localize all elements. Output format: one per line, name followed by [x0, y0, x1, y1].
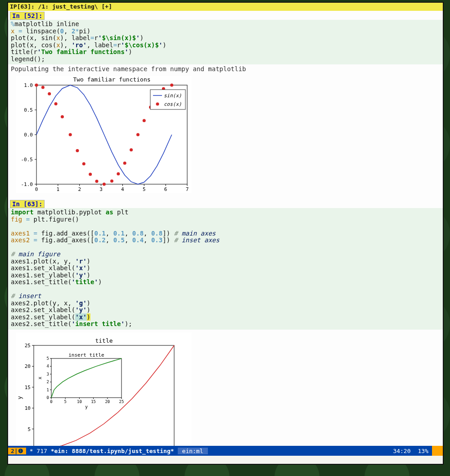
modeline-mode: ein:ml	[178, 448, 208, 454]
code-cell-52[interactable]: %matplotlib inline x = linspace(0, 2*pi)…	[8, 20, 443, 64]
svg-text:1: 1	[47, 387, 49, 392]
svg-text:insert title: insert title	[68, 352, 104, 358]
svg-text:5: 5	[143, 186, 146, 192]
svg-point-39	[110, 179, 113, 182]
modeline-end-cap	[432, 446, 443, 456]
cell-prompt-63: In [63]:	[10, 200, 45, 208]
svg-text:15: 15	[25, 384, 31, 390]
svg-point-40	[117, 172, 120, 176]
svg-point-48	[170, 84, 173, 87]
svg-text:2: 2	[47, 380, 49, 384]
modeline-buffer: *ein: 8888/test.ipynb/just_testing*	[51, 448, 174, 454]
mode-line: 2|❶ * 717 *ein: 8888/test.ipynb/just_tes…	[8, 446, 443, 456]
modeline-position: 34:20	[389, 448, 414, 454]
svg-text:Two familiar functions: Two familiar functions	[73, 76, 150, 83]
cell-52-stdout: Populating the interactive namespace fro…	[8, 64, 443, 73]
svg-point-33	[69, 133, 72, 136]
svg-point-37	[95, 180, 99, 183]
svg-point-38	[103, 183, 106, 186]
svg-point-42	[130, 148, 133, 151]
chart-two-familiar-functions: 01234567-1.0-0.50.00.51.0Two familiar fu…	[8, 73, 443, 199]
title-bar: IP[63]: /1: just_testing\ [+]	[8, 3, 443, 11]
modeline-modified: * 717 *ein: 8888/test.ipynb/just_testing…	[26, 448, 178, 454]
svg-text:25: 25	[25, 343, 31, 349]
svg-point-31	[54, 102, 58, 105]
svg-text:10: 10	[25, 405, 31, 411]
svg-text:3: 3	[47, 372, 49, 376]
svg-text:10: 10	[77, 399, 82, 404]
svg-text:0: 0	[47, 395, 49, 400]
svg-text:6: 6	[164, 186, 167, 192]
svg-text:5: 5	[64, 399, 66, 404]
svg-text:-1.0: -1.0	[21, 181, 33, 187]
svg-text:20: 20	[105, 399, 110, 404]
svg-text:1: 1	[57, 186, 60, 192]
svg-point-52	[156, 103, 159, 106]
svg-point-44	[143, 119, 146, 122]
svg-text:cos(x): cos(x)	[164, 101, 182, 107]
emacs-window: IP[63]: /1: just_testing\ [+] In [52]: %…	[7, 2, 444, 465]
svg-text:y: y	[17, 396, 23, 399]
svg-text:x: x	[37, 376, 42, 379]
svg-rect-82	[51, 358, 122, 398]
svg-text:0.0: 0.0	[24, 132, 33, 138]
svg-text:0: 0	[50, 399, 52, 404]
svg-text:4: 4	[121, 186, 124, 192]
svg-text:2: 2	[78, 186, 81, 192]
svg-point-32	[61, 115, 64, 118]
plot-sin-cos: 01234567-1.0-0.50.00.51.0Two familiar fu…	[16, 76, 192, 193]
plot-main-inset: 0123450510152025titlexy0510152025012345i…	[16, 332, 192, 446]
svg-text:y: y	[85, 404, 88, 409]
svg-point-35	[82, 162, 86, 165]
code-cell-63[interactable]: import matplotlib.pyplot as plt fig = pl…	[8, 208, 443, 330]
svg-text:-0.5: -0.5	[21, 157, 33, 163]
minibuffer[interactable]	[8, 456, 443, 464]
svg-text:15: 15	[91, 399, 96, 404]
svg-text:5: 5	[47, 356, 49, 361]
svg-text:4: 4	[47, 364, 49, 368]
modeline-indicator: 2|❶	[8, 448, 26, 454]
modeline-percent: 13%	[414, 448, 432, 454]
svg-text:3: 3	[99, 186, 103, 192]
cell-prompt-52: In [52]:	[10, 12, 45, 20]
svg-point-29	[41, 86, 45, 89]
svg-text:sin(x): sin(x)	[164, 93, 182, 99]
svg-text:5: 5	[27, 426, 31, 432]
svg-text:0.5: 0.5	[24, 107, 33, 113]
chart-main-with-inset: 0123450510152025titlexy0510152025012345i…	[8, 330, 443, 446]
svg-point-36	[89, 173, 92, 176]
svg-point-34	[76, 149, 79, 152]
svg-point-43	[136, 133, 140, 136]
svg-text:25: 25	[119, 399, 124, 404]
svg-point-30	[48, 92, 51, 95]
buffer-content[interactable]: In [52]: %matplotlib inline x = linspace…	[8, 11, 443, 446]
svg-point-41	[123, 162, 126, 165]
svg-point-28	[35, 84, 38, 87]
svg-text:title: title	[95, 337, 112, 344]
svg-text:1.0: 1.0	[24, 82, 33, 88]
svg-text:20: 20	[25, 363, 31, 369]
svg-text:0: 0	[35, 186, 38, 192]
svg-text:7: 7	[186, 186, 189, 192]
